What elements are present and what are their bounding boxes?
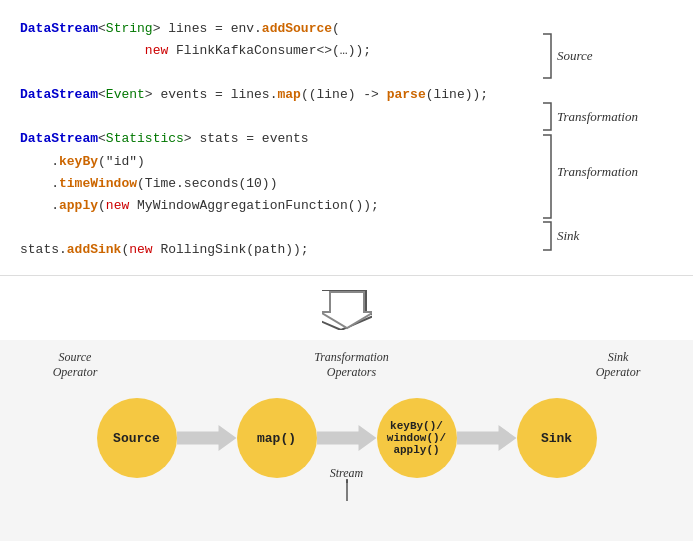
code-line-7: .keyBy("id") [20,151,673,173]
arrow-shape-2 [317,425,377,451]
code-line-1: DataStream<String> lines = env.addSource… [20,18,673,40]
down-arrow-svg [322,290,372,330]
arrow-shape-1 [177,425,237,451]
code-line-blank2 [20,106,673,128]
source-op-label: SourceOperator [30,350,120,380]
arrow-2: Stream [317,425,377,451]
code-line-8: .timeWindow(Time.seconds(10)) [20,173,673,195]
map-node: map() [237,398,317,478]
sink-op-label: SinkOperator [573,350,663,380]
arrow-shape-3 [457,425,517,451]
stream-up-arrow [346,479,348,501]
code-line-6: DataStream<Statistics> stats = events [20,128,673,150]
code-section: DataStream<String> lines = env.addSource… [0,0,693,276]
arrow-1 [177,425,237,451]
arrow-section [0,276,693,340]
keyby-node: keyBy()/window()/apply() [377,398,457,478]
diagram-top-labels: SourceOperator TransformationOperators S… [20,350,673,380]
code-wrapper: DataStream<String> lines = env.addSource… [20,18,673,261]
sink-node-label: Sink [541,431,572,446]
code-line-9: .apply(new MyWindowAggregationFunction()… [20,195,673,217]
diagram-section: SourceOperator TransformationOperators S… [0,340,693,541]
arrow-3 [457,425,517,451]
svg-marker-1 [322,292,372,328]
code-line-2: new FlinkKafkaConsumer<>(…)); [20,40,673,62]
code-line-4: DataStream<Event> events = lines.map((li… [20,84,673,106]
transform-ops-label: TransformationOperators [292,350,412,380]
code-line-11: stats.addSink(new RollingSink(path)); [20,239,673,261]
code-line-blank1 [20,62,673,84]
map-node-label: map() [257,431,296,446]
code-block: DataStream<String> lines = env.addSource… [20,18,673,261]
diagram-nodes-row: Source map() Stream keyBy()/window()/app… [20,388,673,488]
sink-node: Sink [517,398,597,478]
code-line-blank3 [20,217,673,239]
source-node: Source [97,398,177,478]
source-node-label: Source [113,431,160,446]
